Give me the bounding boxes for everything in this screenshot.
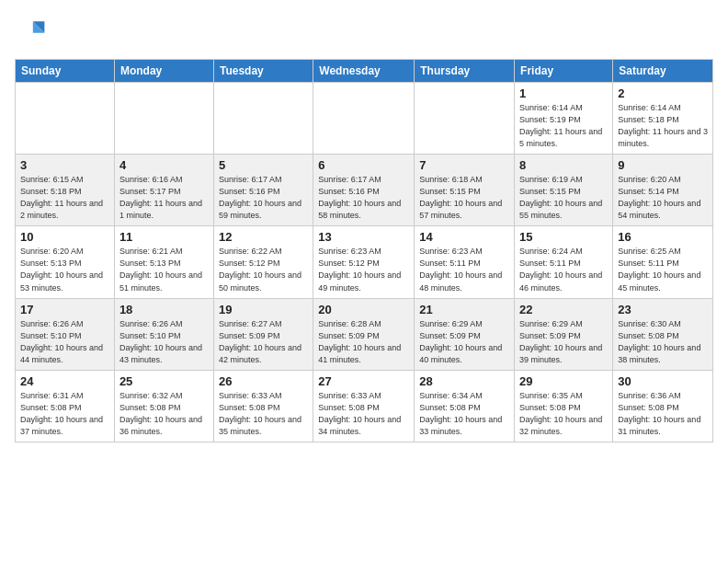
calendar: SundayMondayTuesdayWednesdayThursdayFrid…	[15, 59, 713, 442]
day-info: Sunrise: 6:25 AM Sunset: 5:11 PM Dayligh…	[618, 246, 708, 293]
weekday-header-row: SundayMondayTuesdayWednesdayThursdayFrid…	[16, 60, 713, 83]
calendar-cell: 27Sunrise: 6:33 AM Sunset: 5:08 PM Dayli…	[313, 370, 415, 442]
weekday-header-friday: Friday	[515, 60, 613, 83]
weekday-header-saturday: Saturday	[613, 60, 713, 83]
calendar-cell	[415, 83, 515, 155]
day-number: 27	[318, 374, 409, 388]
week-row-1: 1Sunrise: 6:14 AM Sunset: 5:19 PM Daylig…	[16, 83, 713, 155]
day-number: 1	[519, 86, 608, 100]
day-info: Sunrise: 6:21 AM Sunset: 5:13 PM Dayligh…	[119, 246, 209, 293]
day-number: 10	[20, 230, 109, 244]
calendar-cell: 8Sunrise: 6:19 AM Sunset: 5:15 PM Daylig…	[515, 155, 613, 226]
day-info: Sunrise: 6:17 AM Sunset: 5:16 PM Dayligh…	[219, 174, 308, 222]
day-number: 14	[419, 230, 509, 244]
logo-icon	[15, 15, 48, 48]
day-info: Sunrise: 6:35 AM Sunset: 5:08 PM Dayligh…	[519, 390, 608, 438]
day-info: Sunrise: 6:36 AM Sunset: 5:08 PM Dayligh…	[618, 390, 708, 438]
day-number: 2	[618, 86, 708, 100]
calendar-cell: 16Sunrise: 6:25 AM Sunset: 5:11 PM Dayli…	[613, 226, 713, 298]
day-number: 12	[219, 230, 308, 244]
day-number: 29	[519, 374, 608, 388]
day-number: 8	[519, 158, 608, 172]
calendar-cell: 22Sunrise: 6:29 AM Sunset: 5:09 PM Dayli…	[515, 298, 613, 370]
day-number: 20	[318, 303, 409, 316]
day-info: Sunrise: 6:29 AM Sunset: 5:09 PM Dayligh…	[519, 318, 608, 366]
day-info: Sunrise: 6:20 AM Sunset: 5:14 PM Dayligh…	[618, 174, 708, 222]
calendar-cell: 21Sunrise: 6:29 AM Sunset: 5:09 PM Dayli…	[415, 298, 515, 370]
day-number: 7	[419, 158, 509, 172]
day-number: 9	[618, 158, 708, 172]
calendar-cell: 2Sunrise: 6:14 AM Sunset: 5:18 PM Daylig…	[613, 83, 713, 155]
calendar-cell: 30Sunrise: 6:36 AM Sunset: 5:08 PM Dayli…	[613, 370, 713, 442]
day-number: 6	[318, 158, 409, 172]
calendar-cell: 13Sunrise: 6:23 AM Sunset: 5:12 PM Dayli…	[313, 226, 415, 298]
day-number: 4	[119, 158, 209, 172]
day-info: Sunrise: 6:15 AM Sunset: 5:18 PM Dayligh…	[20, 174, 109, 222]
day-info: Sunrise: 6:31 AM Sunset: 5:08 PM Dayligh…	[20, 390, 109, 438]
weekday-header-tuesday: Tuesday	[213, 60, 313, 83]
day-number: 30	[618, 374, 708, 388]
day-number: 17	[20, 303, 109, 316]
calendar-cell: 3Sunrise: 6:15 AM Sunset: 5:18 PM Daylig…	[16, 155, 115, 226]
calendar-cell: 14Sunrise: 6:23 AM Sunset: 5:11 PM Dayli…	[415, 226, 515, 298]
day-number: 22	[519, 303, 608, 316]
day-info: Sunrise: 6:26 AM Sunset: 5:10 PM Dayligh…	[20, 318, 109, 366]
calendar-cell: 29Sunrise: 6:35 AM Sunset: 5:08 PM Dayli…	[515, 370, 613, 442]
calendar-cell: 12Sunrise: 6:22 AM Sunset: 5:12 PM Dayli…	[213, 226, 313, 298]
week-row-2: 3Sunrise: 6:15 AM Sunset: 5:18 PM Daylig…	[16, 155, 713, 226]
day-number: 18	[119, 303, 209, 316]
calendar-cell: 11Sunrise: 6:21 AM Sunset: 5:13 PM Dayli…	[114, 226, 213, 298]
day-info: Sunrise: 6:16 AM Sunset: 5:17 PM Dayligh…	[119, 174, 209, 222]
calendar-cell: 17Sunrise: 6:26 AM Sunset: 5:10 PM Dayli…	[16, 298, 115, 370]
day-info: Sunrise: 6:23 AM Sunset: 5:11 PM Dayligh…	[419, 246, 509, 293]
day-number: 3	[20, 158, 109, 172]
day-number: 25	[119, 374, 209, 388]
day-info: Sunrise: 6:34 AM Sunset: 5:08 PM Dayligh…	[419, 390, 509, 438]
day-number: 15	[519, 230, 608, 244]
day-info: Sunrise: 6:17 AM Sunset: 5:16 PM Dayligh…	[318, 174, 409, 222]
week-row-5: 24Sunrise: 6:31 AM Sunset: 5:08 PM Dayli…	[16, 370, 713, 442]
header	[15, 15, 713, 48]
week-row-3: 10Sunrise: 6:20 AM Sunset: 5:13 PM Dayli…	[16, 226, 713, 298]
day-number: 5	[219, 158, 308, 172]
day-info: Sunrise: 6:32 AM Sunset: 5:08 PM Dayligh…	[119, 390, 209, 438]
day-info: Sunrise: 6:20 AM Sunset: 5:13 PM Dayligh…	[20, 246, 109, 293]
weekday-header-thursday: Thursday	[415, 60, 515, 83]
calendar-cell: 20Sunrise: 6:28 AM Sunset: 5:09 PM Dayli…	[313, 298, 415, 370]
day-number: 16	[618, 230, 708, 244]
calendar-cell: 9Sunrise: 6:20 AM Sunset: 5:14 PM Daylig…	[613, 155, 713, 226]
calendar-cell: 18Sunrise: 6:26 AM Sunset: 5:10 PM Dayli…	[114, 298, 213, 370]
calendar-cell	[213, 83, 313, 155]
calendar-cell: 7Sunrise: 6:18 AM Sunset: 5:15 PM Daylig…	[415, 155, 515, 226]
week-row-4: 17Sunrise: 6:26 AM Sunset: 5:10 PM Dayli…	[16, 298, 713, 370]
day-number: 23	[618, 303, 708, 316]
calendar-cell: 6Sunrise: 6:17 AM Sunset: 5:16 PM Daylig…	[313, 155, 415, 226]
calendar-cell: 19Sunrise: 6:27 AM Sunset: 5:09 PM Dayli…	[213, 298, 313, 370]
day-number: 28	[419, 374, 509, 388]
weekday-header-wednesday: Wednesday	[313, 60, 415, 83]
calendar-cell: 24Sunrise: 6:31 AM Sunset: 5:08 PM Dayli…	[16, 370, 115, 442]
calendar-cell	[114, 83, 213, 155]
day-info: Sunrise: 6:29 AM Sunset: 5:09 PM Dayligh…	[419, 318, 509, 366]
day-info: Sunrise: 6:24 AM Sunset: 5:11 PM Dayligh…	[519, 246, 608, 293]
calendar-cell: 4Sunrise: 6:16 AM Sunset: 5:17 PM Daylig…	[114, 155, 213, 226]
calendar-cell: 5Sunrise: 6:17 AM Sunset: 5:16 PM Daylig…	[213, 155, 313, 226]
day-info: Sunrise: 6:30 AM Sunset: 5:08 PM Dayligh…	[618, 318, 708, 366]
calendar-cell	[313, 83, 415, 155]
day-number: 21	[419, 303, 509, 316]
calendar-cell: 10Sunrise: 6:20 AM Sunset: 5:13 PM Dayli…	[16, 226, 115, 298]
logo	[15, 15, 51, 48]
weekday-header-monday: Monday	[114, 60, 213, 83]
day-number: 11	[119, 230, 209, 244]
day-info: Sunrise: 6:27 AM Sunset: 5:09 PM Dayligh…	[219, 318, 308, 366]
calendar-cell: 1Sunrise: 6:14 AM Sunset: 5:19 PM Daylig…	[515, 83, 613, 155]
day-info: Sunrise: 6:18 AM Sunset: 5:15 PM Dayligh…	[419, 174, 509, 222]
calendar-cell: 26Sunrise: 6:33 AM Sunset: 5:08 PM Dayli…	[213, 370, 313, 442]
calendar-cell	[16, 83, 115, 155]
calendar-cell: 25Sunrise: 6:32 AM Sunset: 5:08 PM Dayli…	[114, 370, 213, 442]
day-info: Sunrise: 6:22 AM Sunset: 5:12 PM Dayligh…	[219, 246, 308, 293]
calendar-cell: 28Sunrise: 6:34 AM Sunset: 5:08 PM Dayli…	[415, 370, 515, 442]
day-info: Sunrise: 6:33 AM Sunset: 5:08 PM Dayligh…	[318, 390, 409, 438]
day-number: 13	[318, 230, 409, 244]
weekday-header-sunday: Sunday	[16, 60, 115, 83]
